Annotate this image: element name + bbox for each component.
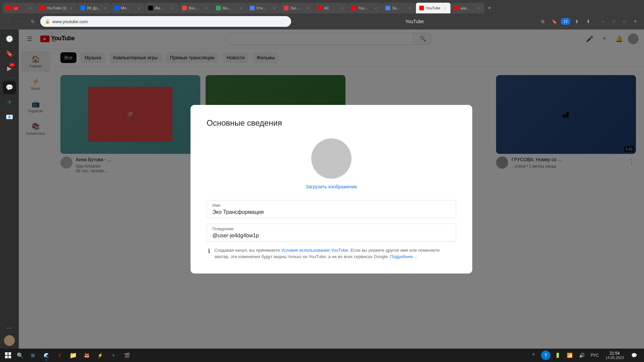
- taskbar-media-button[interactable]: 🎬: [121, 349, 133, 361]
- dialog-username-label: Псевдоним: [212, 227, 450, 231]
- tab-close-8[interactable]: ×: [272, 6, 277, 10]
- tab-11[interactable]: You... ×: [348, 3, 382, 13]
- tab-close-4[interactable]: ×: [137, 6, 141, 10]
- tab-favicon-2: [40, 6, 45, 10]
- tab-close-10[interactable]: ×: [340, 6, 344, 10]
- dialog-username-input[interactable]: [212, 233, 450, 239]
- sidebar-avatar[interactable]: [4, 335, 15, 346]
- tab-favicon-8: [250, 6, 255, 10]
- dialog-username-field[interactable]: Псевдоним: [207, 224, 456, 242]
- dialog-overlay[interactable]: Основные сведения Загрузить изображение …: [19, 29, 644, 349]
- tab-favicon-14: [454, 6, 459, 10]
- screenshot-button[interactable]: ⧉: [538, 17, 547, 26]
- sidebar-mail-icon[interactable]: 📧: [3, 110, 16, 124]
- tray-wifi-icon[interactable]: 📶: [565, 351, 575, 360]
- dialog-name-input[interactable]: [212, 209, 450, 215]
- tab-1[interactable]: 13 ×: [3, 3, 36, 13]
- maximize-button[interactable]: □: [609, 17, 619, 26]
- upload-image-link[interactable]: Загрузить изображение: [306, 184, 357, 189]
- tab-6[interactable]: Вхо... ×: [179, 3, 212, 13]
- tray-volume-icon[interactable]: 🔊: [577, 351, 587, 360]
- sidebar-history-icon[interactable]: 🕐: [3, 32, 16, 46]
- maximize2-button[interactable]: □: [620, 17, 629, 26]
- taskbar-time: 21:54: [609, 351, 620, 356]
- bookmark-button[interactable]: 🔖: [549, 17, 559, 26]
- tab-12[interactable]: За... ×: [382, 3, 416, 13]
- close-window-button[interactable]: ✕: [631, 17, 640, 26]
- back-button[interactable]: ←: [4, 17, 13, 26]
- tab-close-9[interactable]: ×: [306, 6, 311, 10]
- tray-help-icon[interactable]: ?: [541, 351, 550, 360]
- tab-close-11[interactable]: ×: [374, 6, 378, 10]
- tray-battery-icon[interactable]: 🔋: [553, 351, 562, 360]
- yt-badge-counter[interactable]: 13: [561, 18, 570, 25]
- tab-close-6[interactable]: ×: [204, 6, 209, 10]
- tray-lang: РУС: [589, 353, 600, 358]
- tab-title-4: Ме...: [121, 6, 135, 10]
- tab-3[interactable]: ВК Др... ×: [77, 3, 111, 13]
- tab-title-14: как...: [461, 6, 474, 10]
- install-button[interactable]: ⬇: [584, 17, 593, 26]
- tab-title-8: Отк...: [257, 6, 270, 10]
- new-tab-button[interactable]: +: [485, 3, 494, 13]
- tab-7[interactable]: Мо... ×: [213, 3, 246, 13]
- taskbar-app5-button[interactable]: ⚡: [94, 349, 106, 361]
- page-title: YouTube: [294, 19, 535, 24]
- taskbar-notifications-button[interactable]: 💬: [629, 351, 639, 360]
- dialog-name-field[interactable]: Имя: [207, 200, 456, 218]
- taskbar-browser2-button[interactable]: 🦊: [80, 349, 93, 361]
- win-logo-sq1: [5, 352, 8, 355]
- tab-title-9: Зас...: [290, 6, 304, 10]
- tab-13[interactable]: YouTube ×: [416, 3, 450, 13]
- notice-more-link[interactable]: Подробнее…: [390, 254, 417, 259]
- tab-14[interactable]: как... ×: [451, 3, 484, 13]
- sidebar-more-icon[interactable]: ⋯: [7, 325, 12, 331]
- tab-favicon-6: [182, 6, 187, 10]
- tab-close-13[interactable]: ×: [442, 6, 447, 10]
- download-button[interactable]: ⬇: [572, 17, 582, 26]
- tab-5[interactable]: Же... ×: [145, 3, 178, 13]
- sidebar-yt-badge: 17: [9, 63, 15, 67]
- tab-close-7[interactable]: ×: [238, 6, 243, 10]
- tab-10[interactable]: АС ×: [314, 3, 348, 13]
- sidebar-whatsapp-icon[interactable]: 💬: [3, 81, 16, 94]
- window-controls: – □ □ ✕: [598, 17, 640, 26]
- tab-title-12: За...: [392, 6, 406, 10]
- tab-close-14[interactable]: ×: [476, 6, 481, 10]
- sidebar-yt-app-icon[interactable]: ▶ 17: [3, 62, 16, 75]
- win-logo-sq2: [8, 352, 11, 355]
- tab-favicon-7: [216, 6, 221, 10]
- tab-close-2[interactable]: ×: [69, 6, 73, 10]
- tray-chevron-icon[interactable]: ^: [529, 351, 538, 360]
- taskbar-widgets-button[interactable]: ⊞: [27, 349, 39, 361]
- notice-info-icon: ℹ: [208, 247, 210, 255]
- minimize-button[interactable]: –: [598, 17, 608, 26]
- tab-4[interactable]: Ме... ×: [111, 3, 145, 13]
- reload-button[interactable]: ↻: [28, 17, 38, 26]
- tab-close-5[interactable]: ×: [170, 6, 175, 10]
- taskbar-tray: ^ ? 🔋 📶 🔊 РУС 21:54 14.05.2023 💬: [526, 351, 641, 360]
- notice-text-before: Создавая канал, вы принимаете: [214, 248, 281, 253]
- taskbar-yandex-button[interactable]: Y: [54, 349, 66, 361]
- sidebar-bookmarks-icon[interactable]: 🔖: [3, 47, 16, 60]
- tab-close-3[interactable]: ×: [103, 6, 107, 10]
- tab-9[interactable]: Зас... ×: [280, 3, 314, 13]
- forward-button[interactable]: →: [16, 17, 25, 26]
- taskbar-explorer-button[interactable]: 📁: [67, 349, 79, 361]
- start-button[interactable]: [3, 350, 13, 361]
- tab-close-1[interactable]: ×: [28, 6, 33, 10]
- tab-title-2: YouTube (1): [47, 6, 67, 10]
- taskbar-telegram-button[interactable]: ✈: [107, 349, 119, 361]
- notice-tos-link[interactable]: Условия использования YouTube: [281, 248, 348, 253]
- browser-actions: ⧉ 🔖 13 ⬇ ⬇: [538, 17, 593, 26]
- tab-title-11: You...: [358, 6, 372, 10]
- tab-8[interactable]: Отк... ×: [247, 3, 280, 13]
- taskbar-search-button[interactable]: 🔍: [15, 350, 25, 361]
- tab-2[interactable]: YouTube (1) ×: [37, 3, 77, 13]
- tab-close-12[interactable]: ×: [408, 6, 412, 10]
- taskbar-clock[interactable]: 21:54 14.05.2023: [603, 351, 627, 360]
- taskbar-edge-button[interactable]: 🌊: [40, 349, 52, 361]
- address-input-container[interactable]: 🔒 www.youtube.com: [40, 16, 291, 27]
- tab-favicon-4: [114, 6, 119, 10]
- sidebar-telegram-icon[interactable]: ✈: [3, 96, 16, 109]
